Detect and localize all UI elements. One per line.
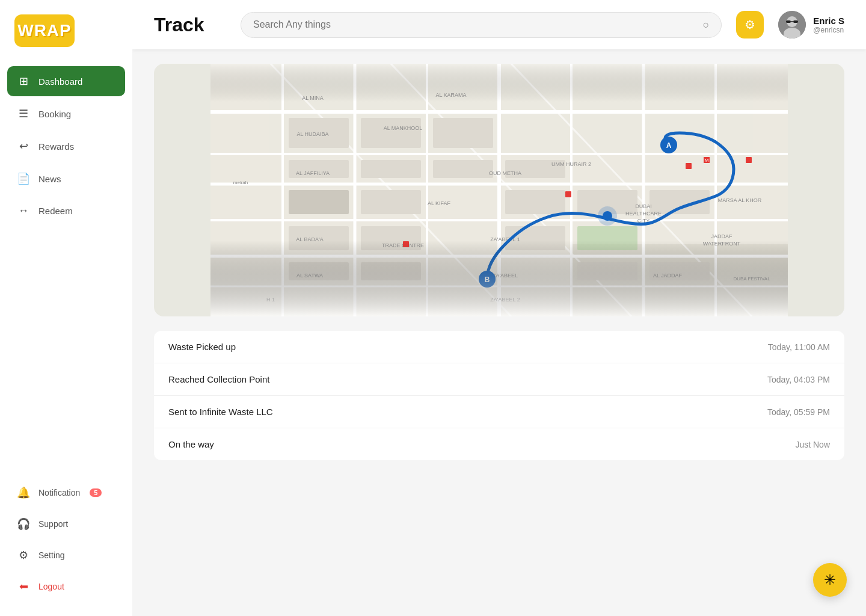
sidebar-item-label: Rewards: [38, 141, 74, 152]
sidebar-bottom: 🔔 Notification 5 🎧 Support ⚙ Setting ⬅ L…: [0, 478, 132, 602]
chat-fab-button[interactable]: ✳: [813, 563, 847, 597]
sidebar-item-dashboard[interactable]: ⊞ Dashboard: [7, 66, 125, 96]
sidebar-item-label: Support: [38, 519, 68, 529]
search-bar[interactable]: ○: [241, 12, 722, 38]
tracking-item: On the way Just Now: [154, 428, 844, 460]
sidebar-item-label: Dashboard: [38, 76, 82, 87]
logo-text: WRAP: [17, 21, 72, 40]
news-icon: 📄: [17, 172, 30, 185]
sidebar-item-setting[interactable]: ⚙ Setting: [7, 540, 125, 570]
sidebar-item-rewards[interactable]: ↩ Rewards: [7, 131, 125, 161]
avatar: [778, 11, 806, 38]
settings-icon: ⚙: [745, 17, 755, 32]
chat-fab-icon: ✳: [824, 571, 836, 588]
tracking-item: Sent to Infinite Waste LLC Today, 05:59 …: [154, 396, 844, 428]
sidebar-item-label: Redeem: [38, 206, 73, 216]
notification-badge: 5: [90, 488, 102, 497]
tracking-label: Waste Picked up: [168, 342, 236, 352]
sidebar-item-notification[interactable]: 🔔 Notification 5: [7, 478, 125, 508]
nav-items: ⊞ Dashboard ☰ Booking ↩ Rewards 📄 News ↔…: [0, 66, 132, 478]
user-handle: @enricsn: [813, 26, 844, 34]
tracking-item: Waste Picked up Today, 11:00 AM: [154, 331, 844, 363]
notification-icon: 🔔: [17, 486, 30, 499]
sidebar-item-label: Booking: [38, 109, 71, 119]
svg-rect-4: [793, 20, 798, 23]
logo-area: WRAP: [0, 14, 132, 66]
tracking-label: Sent to Infinite Waste LLC: [168, 407, 273, 417]
main-content: Track ○ ⚙ Enric S @enric: [132, 0, 866, 616]
rewards-icon: ↩: [17, 140, 30, 153]
tracking-time: Today, 11:00 AM: [768, 342, 830, 352]
sidebar-item-support[interactable]: 🎧 Support: [7, 509, 125, 539]
content-area: AL MINA AL KARAMA AL MANKHOOL AL HUDAIBA…: [132, 49, 866, 616]
tracking-time: Today, 05:59 PM: [767, 407, 830, 417]
logo: WRAP: [14, 14, 75, 47]
sidebar-item-redeem[interactable]: ↔ Redeem: [7, 196, 125, 226]
sidebar-item-label: Notification: [38, 488, 80, 497]
svg-rect-3: [786, 20, 791, 23]
tracking-time: Just Now: [795, 440, 830, 449]
sidebar-item-label: Setting: [38, 550, 65, 560]
setting-icon: ⚙: [17, 549, 30, 562]
tracking-label: Reached Collection Point: [168, 374, 269, 384]
sidebar-item-label: News: [38, 174, 61, 184]
search-icon[interactable]: ○: [702, 19, 709, 31]
search-input[interactable]: [253, 19, 696, 30]
dashboard-icon: ⊞: [17, 75, 30, 88]
sidebar-item-booking[interactable]: ☰ Booking: [7, 99, 125, 129]
support-icon: 🎧: [17, 517, 30, 531]
user-info: Enric S @enricsn: [813, 16, 844, 34]
avatar-image: [778, 11, 806, 38]
tracking-list: Waste Picked up Today, 11:00 AM Reached …: [154, 331, 844, 460]
header: Track ○ ⚙ Enric S @enric: [132, 0, 866, 49]
page-title: Track: [154, 14, 226, 36]
tracking-label: On the way: [168, 439, 214, 449]
user-name: Enric S: [813, 16, 844, 26]
sidebar-item-logout[interactable]: ⬅ Logout: [7, 571, 125, 602]
user-area[interactable]: Enric S @enricsn: [778, 11, 844, 38]
redeem-icon: ↔: [17, 205, 30, 217]
map-svg: AL MINA AL KARAMA AL MANKHOOL AL HUDAIBA…: [154, 64, 844, 316]
logout-icon: ⬅: [17, 580, 30, 593]
sidebar: WRAP ⊞ Dashboard ☰ Booking ↩ Rewards 📄 N…: [0, 0, 132, 616]
svg-rect-85: [210, 64, 788, 316]
booking-icon: ☰: [17, 107, 30, 120]
settings-button[interactable]: ⚙: [736, 11, 764, 38]
tracking-time: Today, 04:03 PM: [767, 375, 830, 384]
map-container: AL MINA AL KARAMA AL MANKHOOL AL HUDAIBA…: [154, 64, 844, 316]
sidebar-item-label: Logout: [38, 582, 64, 591]
sidebar-item-news[interactable]: 📄 News: [7, 164, 125, 194]
tracking-item: Reached Collection Point Today, 04:03 PM: [154, 363, 844, 396]
